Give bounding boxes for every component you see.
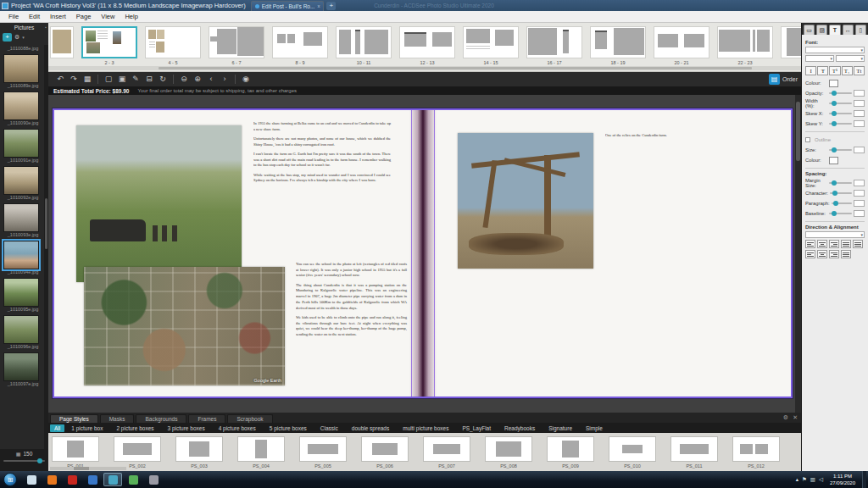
tab-image[interactable]: ▨ bbox=[816, 25, 827, 35]
outline-checkbox[interactable] bbox=[805, 137, 810, 142]
canvas-vertical-scrollbar[interactable] bbox=[795, 95, 801, 413]
baseline-value[interactable] bbox=[854, 210, 865, 217]
filter-3-picture-boxes[interactable]: 3 picture boxes bbox=[161, 424, 212, 432]
filter-classic[interactable]: Classic bbox=[314, 424, 345, 432]
baseline-slider[interactable] bbox=[829, 213, 852, 214]
filter-double-spreads[interactable]: double spreads bbox=[345, 424, 396, 432]
text-style-button-4[interactable]: T₁ bbox=[842, 66, 853, 75]
taskbar-app-5[interactable] bbox=[103, 473, 122, 486]
opacity-slider[interactable] bbox=[829, 92, 852, 94]
filter-1-picture-box[interactable]: 1 picture box bbox=[64, 424, 109, 432]
chevron-down-icon[interactable]: ▾ bbox=[22, 35, 25, 40]
picture-item[interactable]: _1010094e.jpg bbox=[3, 241, 42, 275]
picture-item[interactable]: _1010097e.jpg bbox=[3, 352, 42, 387]
add-pictures-button[interactable]: + bbox=[3, 33, 12, 42]
filter-signature[interactable]: Signature bbox=[542, 424, 579, 432]
aerial-photo[interactable]: Google Earth bbox=[84, 267, 285, 385]
scrollbar-thumb[interactable] bbox=[74, 467, 89, 470]
spread-thumbnail[interactable]: 6 - 7 bbox=[209, 26, 264, 65]
taskbar-app-2[interactable] bbox=[42, 473, 61, 486]
scrollbar-thumb[interactable] bbox=[796, 102, 800, 161]
book-spread[interactable]: In 1955 the share farming at Belka came … bbox=[53, 108, 793, 398]
spread-thumbnail[interactable]: 16 - 17 bbox=[526, 26, 582, 65]
direction-select[interactable] bbox=[805, 231, 865, 238]
picture-thumbnail[interactable] bbox=[3, 203, 39, 232]
tab-frames[interactable]: Frames bbox=[188, 414, 225, 423]
ruins-caption[interactable]: One of the relics on the Cunderdin farm. bbox=[605, 132, 758, 138]
tray-icon-4[interactable]: ◁ bbox=[819, 476, 823, 483]
spread-thumbnail[interactable]: 4 - 5 bbox=[145, 26, 201, 65]
spread-thumbnail[interactable]: 14 - 15 bbox=[463, 26, 519, 65]
new-tab-button[interactable]: + bbox=[326, 2, 336, 10]
text-style-button-1[interactable]: I bbox=[805, 66, 816, 75]
picture-item[interactable]: _1010088e.jpg bbox=[3, 46, 42, 52]
taskbar-app-4[interactable] bbox=[83, 473, 102, 486]
picture-thumbnail[interactable] bbox=[3, 315, 39, 344]
opacity-value[interactable] bbox=[854, 90, 865, 97]
taskbar-clock[interactable]: 1:11 PM27/09/2020 bbox=[830, 473, 855, 487]
farm-photo[interactable] bbox=[76, 125, 242, 282]
picture-item[interactable]: _1010093e.jpg bbox=[3, 203, 42, 238]
spread-thumbnail[interactable] bbox=[50, 26, 74, 60]
align-button-5[interactable] bbox=[853, 240, 863, 248]
save-button[interactable]: ▦ bbox=[81, 74, 94, 85]
page-style-card[interactable]: PS_002 bbox=[114, 436, 161, 468]
page-style-card[interactable]: PS_006 bbox=[361, 436, 409, 468]
page-style-card[interactable]: PS_009 bbox=[547, 436, 594, 468]
gear-icon[interactable]: ⚙ bbox=[783, 414, 788, 421]
redo-button[interactable]: ↷ bbox=[67, 74, 81, 85]
character-value[interactable] bbox=[854, 190, 865, 197]
menu-file[interactable]: File bbox=[3, 11, 24, 22]
scrollbar-thumb[interactable] bbox=[45, 198, 47, 249]
filter-readybooks[interactable]: Readybooks bbox=[498, 424, 542, 432]
scrollbar-thumb[interactable] bbox=[159, 67, 752, 69]
picture-item[interactable]: _1010091e.jpg bbox=[3, 129, 42, 164]
filter-simple[interactable]: Simple bbox=[579, 424, 609, 432]
page-style-card[interactable]: PS_004 bbox=[237, 436, 285, 468]
document-tab[interactable]: Edit Post - Bull's Ro... x bbox=[251, 1, 325, 11]
menu-edit[interactable]: Edit bbox=[24, 11, 45, 22]
filter-4-picture-boxes[interactable]: 4 picture boxes bbox=[212, 424, 263, 432]
picture-thumbnail[interactable] bbox=[3, 278, 39, 307]
filter-ps_layflat[interactable]: PS_LayFlat bbox=[455, 424, 498, 432]
menu-view[interactable]: View bbox=[96, 11, 120, 22]
text-style-button-5[interactable]: Tt bbox=[854, 66, 865, 75]
ruins-photo[interactable] bbox=[458, 133, 593, 269]
outline-colour-swatch[interactable] bbox=[829, 157, 838, 164]
page-style-card[interactable]: PS_010 bbox=[609, 436, 656, 468]
align-button-3[interactable] bbox=[829, 240, 839, 248]
text-colour-swatch[interactable] bbox=[829, 80, 838, 87]
page-style-card[interactable]: PS_007 bbox=[423, 436, 470, 468]
picture-thumbnail[interactable] bbox=[3, 129, 39, 158]
add-image-button[interactable]: ▣ bbox=[115, 74, 129, 85]
filter-multi-picture-boxes[interactable]: multi picture boxes bbox=[396, 424, 455, 432]
taskbar-app-3[interactable] bbox=[63, 473, 81, 486]
spread-thumbnail[interactable]: 22 - 23 bbox=[717, 26, 773, 65]
menu-insert[interactable]: Insert bbox=[45, 11, 71, 22]
menu-page[interactable]: Page bbox=[71, 11, 97, 22]
thumbnail-size-slider[interactable] bbox=[3, 460, 45, 462]
spread-thumbnail[interactable]: 12 - 13 bbox=[399, 26, 455, 65]
prev-page-button[interactable]: ‹ bbox=[204, 74, 218, 85]
spread-thumbnail[interactable]: 2 - 3 bbox=[81, 26, 137, 65]
undo-button[interactable]: ↶ bbox=[53, 74, 67, 85]
picture-thumbnail[interactable] bbox=[3, 92, 39, 120]
strip-scrollbar[interactable] bbox=[48, 66, 801, 70]
text-block-2[interactable]: You can see the school in the photo at l… bbox=[296, 261, 407, 341]
skew-x-value[interactable] bbox=[854, 110, 865, 117]
skew-x-slider[interactable] bbox=[829, 113, 852, 114]
page-style-card[interactable]: PS_011 bbox=[670, 436, 718, 468]
page-style-card[interactable]: PS_008 bbox=[485, 436, 532, 468]
tab-kerning[interactable]: ↔ bbox=[843, 25, 854, 35]
picture-item[interactable]: _1010089e.jpg bbox=[3, 54, 42, 89]
tray-icon-3[interactable]: ▥ bbox=[810, 476, 815, 483]
width-value[interactable] bbox=[854, 100, 865, 107]
tab-masks[interactable]: Masks bbox=[100, 414, 135, 423]
align-button-8[interactable] bbox=[829, 250, 839, 258]
gear-icon[interactable]: ⚙ bbox=[14, 34, 19, 41]
skew-y-slider[interactable] bbox=[829, 123, 852, 125]
taskbar-app-6[interactable] bbox=[124, 473, 142, 486]
spread-thumbnail[interactable]: 18 - 19 bbox=[590, 26, 646, 65]
rotate-button[interactable]: ↻ bbox=[156, 74, 170, 85]
close-icon[interactable]: ✕ bbox=[793, 414, 798, 421]
